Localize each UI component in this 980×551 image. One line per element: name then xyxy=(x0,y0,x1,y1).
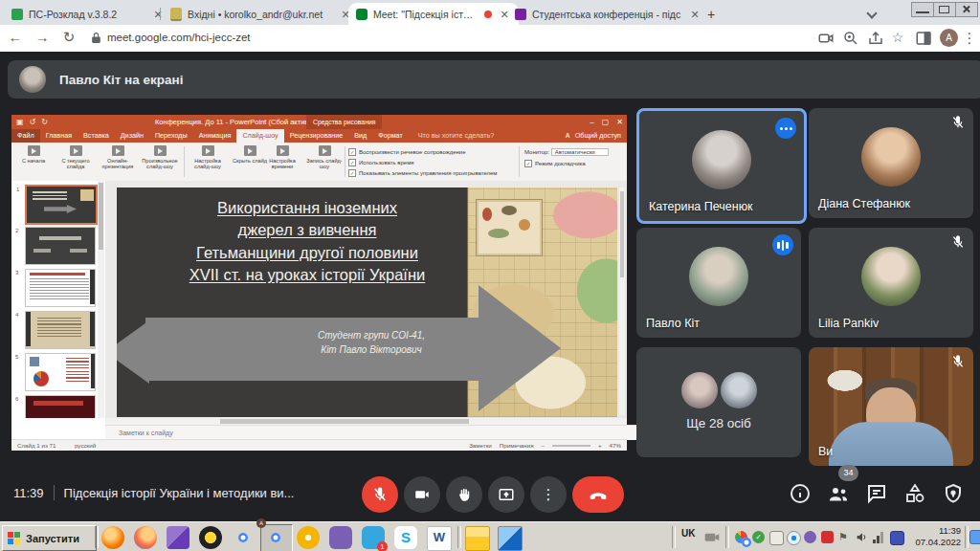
slide-thumbnail-5[interactable]: 5 xyxy=(25,353,96,391)
participant-tile-pavlo[interactable]: Павло Кіт xyxy=(636,228,801,338)
ppt-tab-format[interactable]: Формат xyxy=(372,129,409,143)
profile-avatar[interactable]: A xyxy=(940,29,958,47)
ppt-custom-show-button[interactable]: Произвольное слайд-шоу xyxy=(140,145,180,170)
present-screen-button[interactable] xyxy=(488,476,524,513)
ppt-close-button[interactable]: ✕ xyxy=(616,118,623,126)
ppt-from-start-button[interactable]: С начала xyxy=(13,145,54,164)
tray-red-app-icon[interactable] xyxy=(821,531,834,543)
thumbnail-scrollbar[interactable] xyxy=(98,181,104,418)
telegram-icon[interactable]: 1 xyxy=(362,526,385,549)
ppt-present-online-button[interactable]: Онлайн-презентация xyxy=(98,145,138,170)
end-call-button[interactable] xyxy=(572,476,624,513)
ppt-quick-access-toolbar[interactable]: ▣↺↻ xyxy=(16,118,48,126)
folder-icon[interactable] xyxy=(465,526,490,551)
slide-thumbnail-6[interactable]: 6 xyxy=(25,395,96,418)
ppt-record-show-button[interactable]: Запись слайд-шоу xyxy=(304,145,345,170)
maximize-button[interactable] xyxy=(934,3,956,16)
tray-monitor-icon[interactable] xyxy=(890,531,904,545)
raise-hand-button[interactable] xyxy=(446,476,482,513)
zoom-icon[interactable] xyxy=(842,30,859,47)
start-button[interactable]: Запустити xyxy=(2,525,97,551)
ppt-notes-bar[interactable]: Заметки к слайду xyxy=(105,425,640,440)
tray-viber-icon[interactable] xyxy=(804,531,816,543)
zoom-percent[interactable]: 47% xyxy=(610,440,621,451)
ppt-tab-design[interactable]: Дизайн xyxy=(115,129,149,143)
firefox-icon[interactable] xyxy=(134,526,157,549)
tray-network-icon[interactable] xyxy=(873,531,885,543)
tray-volume-icon[interactable] xyxy=(856,531,868,543)
ppt-context-tab[interactable]: Средства рисования xyxy=(306,115,382,129)
tab-conference-doc[interactable]: Студентська конференція - підс ✕ xyxy=(507,3,709,25)
ppt-tab-home[interactable]: Главная xyxy=(40,129,78,143)
ppt-restore-button[interactable]: ▢ xyxy=(602,118,610,126)
tray-eye-icon[interactable] xyxy=(787,531,801,545)
ppt-tab-animation[interactable]: Анимация xyxy=(193,129,237,143)
tile-options-icon[interactable] xyxy=(775,118,796,139)
ppt-monitor-dropdown[interactable]: Монитор: Автоматически xyxy=(524,148,609,156)
close-window-button[interactable] xyxy=(956,3,977,16)
redo-icon[interactable]: ↻ xyxy=(41,118,48,126)
tab-ps-rozklad[interactable]: ПС-Розклад v.3.8.2 ✕ xyxy=(4,3,172,25)
zoom-in-icon[interactable]: + xyxy=(598,440,602,451)
ppt-from-current-button[interactable]: С текущего слайда xyxy=(56,145,96,170)
ppt-tell-me-box[interactable]: Что вы хотите сделать? xyxy=(409,129,494,143)
skype-icon[interactable]: S xyxy=(394,526,417,549)
show-desktop-icon[interactable] xyxy=(969,530,980,544)
tray-flag-icon[interactable]: ⚑ xyxy=(838,531,851,543)
tray-camera-icon[interactable] xyxy=(704,531,720,542)
ppt-tab-file[interactable]: Файл xyxy=(11,129,40,143)
ppt-tab-view[interactable]: Вид xyxy=(348,129,372,143)
notes-toggle[interactable]: Заметки xyxy=(469,440,492,451)
address-bar-url[interactable]: meet.google.com/hci-jecc-zet xyxy=(107,32,251,43)
comments-toggle[interactable]: Примечания xyxy=(500,440,534,451)
language-status[interactable]: русский xyxy=(75,440,96,451)
slide-thumbnail-4[interactable]: 4 xyxy=(25,311,96,349)
people-button[interactable] xyxy=(827,482,850,505)
word-icon[interactable]: W xyxy=(427,526,452,551)
host-controls-button[interactable] xyxy=(942,482,965,505)
slide-thumbnail-2[interactable]: 2 xyxy=(25,227,96,265)
tray-chrome-icon[interactable] xyxy=(735,531,747,543)
participant-tile-katerina[interactable]: Катерина Печенюк xyxy=(636,108,807,224)
forward-icon[interactable]: → xyxy=(33,29,52,45)
kmplayer-icon[interactable] xyxy=(167,526,189,549)
checkbox-icon[interactable]: ✓ xyxy=(524,160,532,167)
ppt-tab-insert[interactable]: Вставка xyxy=(78,129,115,143)
share-icon[interactable] xyxy=(867,30,884,47)
ppt-check-narration[interactable]: ✓Воспроизвести речевое сопровождение xyxy=(348,147,498,158)
side-panel-icon[interactable] xyxy=(915,30,932,47)
tray-clock[interactable]: 11:39 07.04.2022 xyxy=(915,525,961,549)
slide-horizontal-scrollbar[interactable] xyxy=(105,418,627,425)
info-button[interactable] xyxy=(789,482,812,505)
activities-button[interactable] xyxy=(903,482,926,505)
ppt-tab-review[interactable]: Рецензирование xyxy=(284,129,349,143)
slide-thumbnail-3[interactable]: 3 xyxy=(25,269,96,307)
chrome-canary-icon[interactable] xyxy=(297,526,320,549)
undo-icon[interactable]: ↺ xyxy=(30,118,36,126)
ppt-minimize-button[interactable]: – xyxy=(590,118,593,126)
media-player-icon[interactable] xyxy=(101,526,124,549)
slide-vertical-scrollbar[interactable] xyxy=(619,187,625,415)
ppt-check-timings[interactable]: ✓Использовать время xyxy=(348,158,498,168)
zoom-slider[interactable] xyxy=(552,445,590,447)
ppt-setup-show-button[interactable]: Настройка слайд-шоу xyxy=(188,145,228,170)
participant-tile-diana[interactable]: Діана Стефанюк xyxy=(809,108,973,218)
language-indicator[interactable]: UK xyxy=(681,528,695,539)
more-options-button[interactable]: ⋮ xyxy=(530,476,567,513)
back-icon[interactable]: ← xyxy=(6,29,25,45)
overflow-participants-tile[interactable]: Ще 28 осіб xyxy=(636,347,801,457)
new-tab-button[interactable]: + xyxy=(702,5,721,24)
reload-icon[interactable]: ↻ xyxy=(59,29,78,46)
close-icon[interactable]: ✕ xyxy=(688,8,702,21)
tray-clipboard-icon[interactable] xyxy=(769,531,784,545)
chat-button[interactable] xyxy=(865,482,888,505)
ppt-share-button[interactable]: АОбщий доступ xyxy=(566,129,622,143)
media-indicator-icon[interactable] xyxy=(817,30,835,47)
save-icon[interactable]: ▣ xyxy=(16,118,24,126)
chevron-down-icon[interactable] xyxy=(867,8,877,17)
viber-icon[interactable] xyxy=(329,526,352,549)
tab-mail[interactable]: Вхідні • korolko_andr@ukr.net ✕ xyxy=(163,3,360,25)
current-slide[interactable]: Використання іноземних джерел з вивчення… xyxy=(117,187,617,417)
ppt-tab-slideshow[interactable]: Слайд-шоу xyxy=(236,129,283,143)
tab-meet-active[interactable]: Meet: "Підсекція історії Укр ✕ xyxy=(348,3,519,25)
